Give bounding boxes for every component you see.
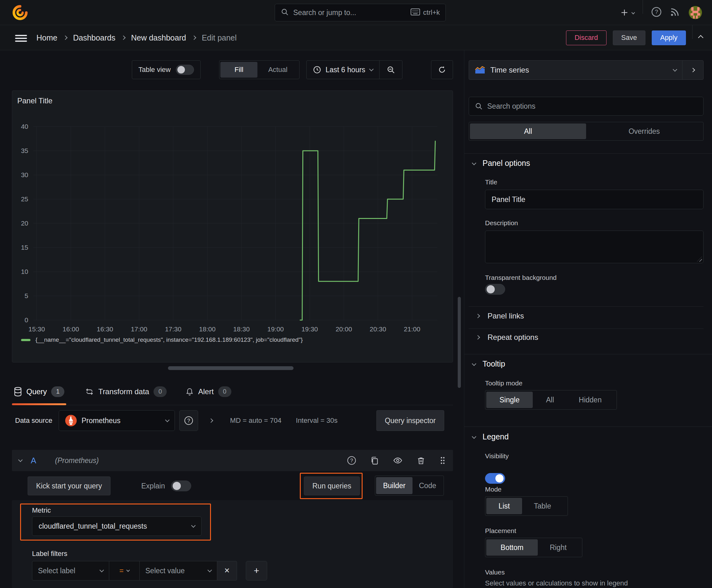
- zoom-out-button[interactable]: [380, 61, 402, 79]
- tooltip-single[interactable]: Single: [486, 392, 533, 408]
- legend-mode-table[interactable]: Table: [522, 498, 563, 514]
- duplicate-icon[interactable]: [370, 456, 379, 465]
- collapse-query-icon[interactable]: [18, 458, 23, 462]
- query-row-header[interactable]: A (Prometheus) ?: [12, 450, 453, 471]
- expand-row-icon[interactable]: [209, 418, 213, 423]
- datasource-help-button[interactable]: ?: [179, 410, 198, 431]
- remove-filter-button[interactable]: ✕: [217, 561, 237, 581]
- tab-query[interactable]: Query 1: [12, 378, 66, 405]
- metric-select[interactable]: cloudflared_tunnel_total_requests: [32, 517, 201, 536]
- datasource-label: Data source: [15, 417, 52, 425]
- query-inspector-button[interactable]: Query inspector: [376, 410, 444, 431]
- menu-button[interactable]: [15, 33, 27, 43]
- time-range-picker[interactable]: Last 6 hours: [307, 61, 379, 79]
- breadcrumb-dashboards[interactable]: Dashboards: [73, 33, 115, 42]
- grafana-logo[interactable]: [11, 4, 29, 21]
- drag-handle-icon[interactable]: [439, 456, 446, 465]
- explain-label: Explain: [141, 482, 165, 490]
- legend-header[interactable]: Legend: [473, 432, 509, 441]
- tab-transform[interactable]: Transform data 0: [85, 386, 167, 397]
- svg-text:?: ?: [187, 418, 190, 423]
- svg-text:0: 0: [24, 316, 28, 323]
- save-button[interactable]: Save: [613, 30, 645, 45]
- description-textarea[interactable]: [485, 231, 704, 263]
- legend-mode-list[interactable]: List: [486, 498, 522, 514]
- explain-toggle[interactable]: [171, 481, 191, 491]
- transform-icon: [85, 387, 94, 396]
- zoom-out-icon: [386, 65, 395, 74]
- datasource-picker[interactable]: Prometheus: [59, 410, 175, 431]
- collapse-pane-button[interactable]: [683, 61, 703, 80]
- hide-response-icon[interactable]: [393, 456, 403, 465]
- builder-option[interactable]: Builder: [376, 477, 412, 494]
- run-queries-button[interactable]: Run queries: [304, 477, 360, 495]
- tab-alert[interactable]: Alert 0: [186, 386, 231, 397]
- active-tab-underline: [12, 403, 66, 405]
- menu-icon: [15, 35, 27, 42]
- options-pane: Time series Search options All Overrides…: [464, 50, 712, 588]
- collapse-header-icon[interactable]: [698, 35, 704, 41]
- panel-title-input[interactable]: [485, 190, 704, 209]
- tooltip-all[interactable]: All: [533, 392, 567, 408]
- repeat-options-title: Repeat options: [488, 333, 538, 342]
- avatar[interactable]: [688, 5, 703, 20]
- help-icon: ?: [651, 6, 662, 17]
- tooltip-hidden[interactable]: Hidden: [567, 392, 613, 408]
- breadcrumb-home[interactable]: Home: [37, 33, 58, 42]
- placement-right[interactable]: Right: [538, 539, 579, 555]
- options-search[interactable]: Search options: [469, 97, 704, 115]
- svg-text:30: 30: [21, 171, 28, 178]
- viz-picker[interactable]: Time series: [469, 61, 682, 80]
- trash-icon[interactable]: [416, 456, 425, 465]
- operator-dropdown[interactable]: =: [109, 561, 140, 581]
- values-hint: Select values or calculations to show in…: [485, 579, 628, 587]
- table-view-toggle[interactable]: [176, 65, 194, 75]
- refresh-button[interactable]: [431, 60, 453, 79]
- tooltip-mode-switch: Single All Hidden: [485, 390, 617, 410]
- chart-panel: Panel Title 051015202530354015:3016:0016…: [12, 90, 453, 362]
- tooltip-header[interactable]: Tooltip: [473, 359, 505, 369]
- breadcrumb: Home Dashboards New dashboard Edit panel: [37, 25, 237, 50]
- global-search[interactable]: Search or jump to... ctrl+k: [275, 4, 446, 21]
- actual-option[interactable]: Actual: [257, 62, 298, 78]
- fill-option[interactable]: Fill: [220, 62, 257, 78]
- filter-all[interactable]: All: [470, 123, 586, 139]
- help-icon[interactable]: ?: [347, 456, 356, 465]
- table-view-label: Table view: [138, 66, 171, 74]
- kickstart-button[interactable]: Kick start your query: [28, 477, 110, 495]
- timeseries-chart[interactable]: 051015202530354015:3016:0016:3017:0017:3…: [12, 116, 452, 333]
- legend-series-marker[interactable]: [21, 339, 30, 341]
- select-value-dropdown[interactable]: Select value: [139, 561, 217, 581]
- search-icon: [281, 8, 289, 17]
- placement-bottom[interactable]: Bottom: [486, 539, 538, 555]
- breadcrumb-new-dashboard[interactable]: New dashboard: [131, 33, 186, 42]
- select-label-dropdown[interactable]: Select label: [32, 561, 109, 581]
- svg-text:18:00: 18:00: [199, 326, 216, 333]
- news-button[interactable]: [670, 7, 680, 18]
- tooltip-title: Tooltip: [482, 359, 505, 369]
- apply-button[interactable]: Apply: [652, 30, 686, 45]
- repeat-options-header[interactable]: Repeat options: [476, 333, 538, 342]
- visibility-toggle[interactable]: [485, 473, 505, 484]
- svg-text:20:00: 20:00: [336, 326, 352, 333]
- panel-options-header[interactable]: Panel options: [473, 159, 530, 168]
- svg-text:?: ?: [350, 458, 353, 463]
- filter-overrides[interactable]: Overrides: [586, 123, 702, 139]
- viz-picker-label: Time series: [490, 66, 668, 75]
- query-stats: MD = auto = 704: [230, 417, 282, 425]
- discard-button[interactable]: Discard: [566, 30, 606, 45]
- query-datasource-hint: (Prometheus): [55, 456, 347, 465]
- editor-tabs: Query 1 Transform data 0 Alert 0: [12, 378, 453, 405]
- help-button[interactable]: ?: [651, 6, 662, 19]
- add-filter-button[interactable]: +: [246, 561, 267, 581]
- legend-series-label[interactable]: {__name__="cloudflared_tunnel_total_requ…: [36, 336, 303, 343]
- scrollbar-thumb[interactable]: [458, 297, 461, 388]
- panel-title[interactable]: Panel Title: [17, 97, 52, 105]
- svg-text:16:00: 16:00: [63, 326, 79, 333]
- plus-icon: +: [254, 565, 259, 576]
- code-option[interactable]: Code: [412, 477, 443, 494]
- panel-links-header[interactable]: Panel links: [476, 312, 524, 320]
- new-item-button[interactable]: [620, 8, 634, 17]
- resize-handle[interactable]: [168, 366, 294, 370]
- transparent-bg-toggle[interactable]: [485, 284, 505, 295]
